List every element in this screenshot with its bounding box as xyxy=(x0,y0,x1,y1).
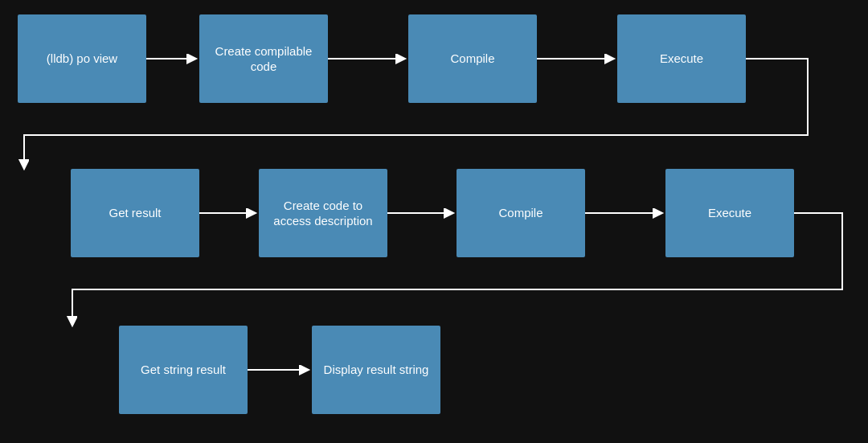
box-display-result-string: Display result string xyxy=(312,326,440,414)
box-execute-1: Execute xyxy=(617,14,746,103)
box-execute-2: Execute xyxy=(665,169,794,257)
box-get-result: Get result xyxy=(71,169,199,257)
box-get-string-result: Get string result xyxy=(119,326,248,414)
box-compile-1: Compile xyxy=(408,14,537,103)
box-lldb-po-view: (lldb) po view xyxy=(18,14,146,103)
box-compile-2: Compile xyxy=(457,169,585,257)
box-create-code-description: Create code to access description xyxy=(259,169,387,257)
box-create-compilable-code: Create compilable code xyxy=(199,14,328,103)
flow-diagram: (lldb) po view Create compilable code Co… xyxy=(0,0,868,443)
